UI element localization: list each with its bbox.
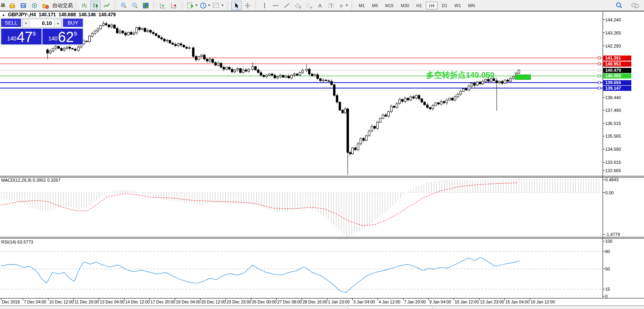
candle-body bbox=[139, 27, 141, 29]
date-label: 7 Dec 04:00 bbox=[24, 299, 46, 304]
candle-body bbox=[97, 29, 99, 31]
search-icon[interactable] bbox=[614, 1, 624, 10]
market-watch-icon[interactable] bbox=[18, 1, 29, 10]
svg-text:A: A bbox=[318, 2, 322, 8]
periods-icon[interactable]: ▼ bbox=[199, 1, 211, 10]
candle-body bbox=[476, 82, 478, 85]
date-label: 4 Jan 12:00 bbox=[379, 299, 400, 304]
candle-body bbox=[141, 28, 143, 29]
candle-body bbox=[175, 44, 177, 46]
equidistant-channel-icon[interactable]: E bbox=[293, 1, 303, 10]
collapse-panel-icon[interactable]: ▲ bbox=[2, 13, 5, 17]
vertical-line-icon[interactable] bbox=[259, 1, 270, 10]
quote-high: 140.688 bbox=[59, 12, 76, 17]
date-label: 14 Dec 12:00 bbox=[125, 299, 150, 304]
candle-body bbox=[314, 75, 316, 76]
candle-body bbox=[257, 70, 259, 73]
bar-chart-icon[interactable] bbox=[79, 1, 90, 10]
auto-scroll-icon[interactable] bbox=[158, 1, 168, 10]
candle-body bbox=[166, 40, 168, 41]
price-tick-label: 132.665 bbox=[605, 168, 621, 173]
candle-body bbox=[201, 55, 203, 56]
timeframe-w1[interactable]: W1 bbox=[451, 2, 464, 10]
candle-body bbox=[74, 49, 76, 50]
cursor-icon[interactable] bbox=[231, 1, 242, 10]
arrows-icon[interactable]: ▼ bbox=[337, 1, 349, 10]
trendline-icon[interactable] bbox=[282, 1, 292, 10]
candle-body bbox=[336, 96, 338, 102]
candle-body bbox=[377, 122, 379, 128]
timeframe-m1[interactable]: M1 bbox=[356, 2, 368, 10]
macd-axis-label: -1.4779 bbox=[605, 232, 620, 237]
candle-body bbox=[421, 99, 423, 102]
candle-body bbox=[189, 48, 191, 48]
sell-price-display[interactable]: 140 47 9 bbox=[1, 29, 42, 44]
horizontal-line-icon[interactable] bbox=[271, 1, 281, 10]
signal-icon[interactable] bbox=[29, 1, 40, 10]
volume-up-button[interactable]: ▲ bbox=[54, 19, 62, 27]
candle-body bbox=[410, 97, 412, 100]
buy-price-display[interactable]: 140 62 9 bbox=[42, 29, 83, 44]
candle-body bbox=[460, 91, 462, 94]
candle-body bbox=[122, 31, 124, 33]
tile-windows-icon[interactable] bbox=[141, 1, 151, 10]
candle-body bbox=[164, 39, 166, 41]
autotrading-icon[interactable] bbox=[40, 1, 51, 10]
new-order-icon[interactable] bbox=[7, 1, 17, 10]
candle-body bbox=[510, 79, 512, 81]
sell-button[interactable]: SELL bbox=[1, 19, 21, 28]
candle-body bbox=[349, 152, 351, 154]
timeframe-d1[interactable]: D1 bbox=[438, 2, 450, 10]
level-marker bbox=[598, 81, 600, 84]
candle-body bbox=[424, 102, 426, 105]
timeframe-bar: M1M5M15M30H1H4D1W1MN bbox=[355, 2, 478, 10]
timeframe-h1[interactable]: H1 bbox=[413, 2, 425, 10]
volume-down-button[interactable]: ▼ bbox=[22, 19, 30, 27]
order-menu-label[interactable]: 单 bbox=[0, 2, 6, 9]
candle-body bbox=[379, 118, 381, 122]
crosshair-icon[interactable] bbox=[242, 1, 253, 10]
candle-body bbox=[147, 30, 149, 31]
chat-icon[interactable] bbox=[630, 1, 640, 10]
templates-icon[interactable]: ▼ bbox=[212, 1, 225, 10]
candle-body bbox=[288, 76, 290, 78]
candle-body bbox=[446, 100, 448, 103]
line-chart-icon[interactable] bbox=[101, 1, 112, 10]
level-marker bbox=[598, 75, 600, 77]
candle-body bbox=[94, 31, 96, 34]
chart-canvas[interactable] bbox=[0, 0, 644, 309]
text-label-icon[interactable]: T bbox=[326, 1, 336, 10]
candle-body bbox=[111, 25, 113, 27]
candle-body bbox=[72, 48, 74, 49]
timeframe-m5[interactable]: M5 bbox=[369, 2, 381, 10]
price-level-label: 140.479 bbox=[603, 68, 631, 73]
volume-value[interactable]: 0.10 bbox=[30, 19, 54, 27]
quote-low: 140.146 bbox=[78, 12, 95, 17]
candle-body bbox=[274, 75, 276, 78]
timeframe-mn[interactable]: MN bbox=[465, 2, 478, 10]
chart-shift-icon[interactable] bbox=[169, 1, 179, 10]
zoom-out-icon[interactable] bbox=[130, 1, 140, 10]
zoom-in-icon[interactable] bbox=[118, 1, 129, 10]
indicators-icon[interactable]: ▼ bbox=[186, 1, 198, 10]
timeframe-h4[interactable]: H4 bbox=[426, 2, 438, 10]
candle-body bbox=[248, 69, 250, 71]
candle-body bbox=[66, 47, 68, 48]
candle-body bbox=[452, 98, 453, 100]
candlestick-chart-icon[interactable] bbox=[90, 1, 101, 10]
candle-body bbox=[50, 51, 51, 53]
buy-button[interactable]: BUY bbox=[63, 19, 83, 28]
candle-body bbox=[291, 75, 293, 78]
price-level-label: 140.050 bbox=[603, 73, 631, 79]
toolbar: 单 自动交易 ▼ ▼ ▼ E F A T ▼ M1M5M15M30H1H4D1W bbox=[0, 0, 644, 11]
candle-body bbox=[263, 75, 265, 77]
horizontal-scrollbar[interactable] bbox=[0, 305, 644, 309]
timeframe-m30[interactable]: M30 bbox=[398, 2, 412, 10]
fibonacci-icon[interactable]: F bbox=[304, 1, 314, 10]
timeframe-m15[interactable]: M15 bbox=[382, 2, 396, 10]
candle-body bbox=[396, 104, 398, 107]
scrollbar-thumb[interactable] bbox=[348, 306, 433, 309]
text-icon[interactable]: A bbox=[315, 1, 325, 10]
autotrading-label[interactable]: 自动交易 bbox=[52, 2, 73, 9]
candle-body bbox=[234, 70, 236, 72]
